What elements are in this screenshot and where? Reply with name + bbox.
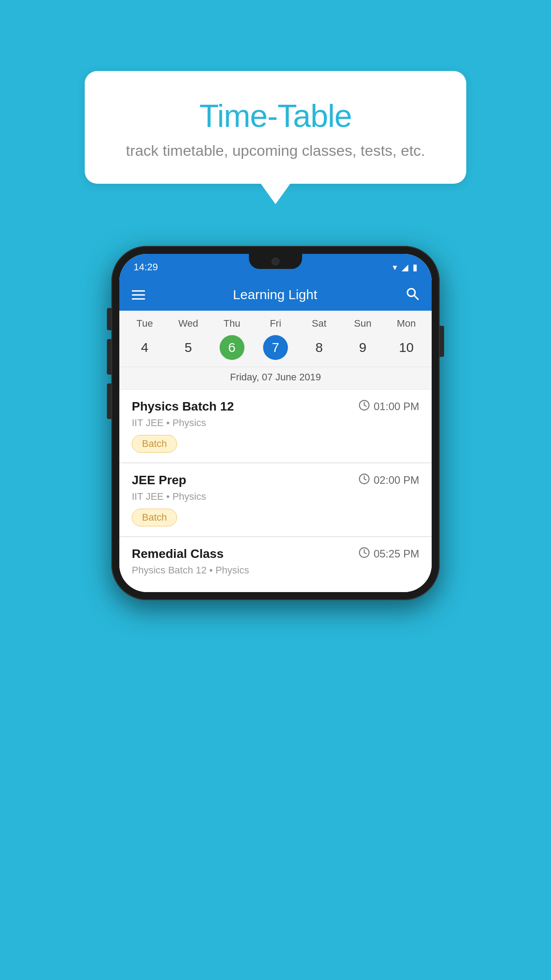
day-header-sat: Sat	[297, 318, 341, 334]
side-button-left-bot	[107, 383, 111, 419]
calendar-strip: Tue Wed Thu Fri Sat Sun Mon 4 5 6 7 8 9 …	[119, 311, 432, 389]
schedule-meta-2: IIT JEE • Physics	[132, 491, 419, 502]
day-10[interactable]: 10	[385, 334, 428, 361]
schedule-time-1: 01:00 PM	[358, 399, 419, 414]
schedule-item-1[interactable]: Physics Batch 12 01:00 PM IIT JEE • P	[119, 389, 432, 462]
day-9[interactable]: 9	[341, 334, 384, 361]
schedule-time-3: 05:25 PM	[358, 547, 419, 561]
app-bar: Learning Light	[119, 279, 432, 311]
schedule-item-2[interactable]: JEE Prep 02:00 PM IIT JEE • Physics	[119, 463, 432, 536]
status-time: 14:29	[134, 261, 158, 273]
schedule-time-text-3: 05:25 PM	[374, 548, 419, 560]
batch-badge-1: Batch	[132, 435, 177, 453]
day-headers: Tue Wed Thu Fri Sat Sun Mon	[119, 318, 432, 334]
side-button-left-top	[107, 308, 111, 330]
schedule-title-1: Physics Batch 12	[132, 399, 234, 414]
day-5[interactable]: 5	[166, 334, 210, 361]
battery-icon: ▮	[413, 262, 417, 273]
clock-icon-1	[358, 399, 370, 414]
app-title: Learning Light	[233, 287, 317, 302]
selected-date: Friday, 07 June 2019	[119, 367, 432, 389]
day-header-mon: Mon	[385, 318, 428, 334]
schedule-time-text-1: 01:00 PM	[374, 400, 419, 413]
bubble-subtitle: track timetable, upcoming classes, tests…	[120, 142, 431, 159]
schedule-item-1-header: Physics Batch 12 01:00 PM	[132, 399, 419, 414]
day-header-wed: Wed	[166, 318, 210, 334]
bubble-section: Time-Table track timetable, upcoming cla…	[0, 0, 551, 193]
schedule-meta-3: Physics Batch 12 • Physics	[132, 565, 419, 576]
schedule-time-2: 02:00 PM	[358, 473, 419, 487]
day-header-tue: Tue	[123, 318, 166, 334]
day-numbers: 4 5 6 7 8 9 10	[119, 334, 432, 367]
side-button-left-mid	[107, 339, 111, 375]
status-icons: ▾ ◢ ▮	[393, 262, 417, 273]
clock-icon-3	[358, 547, 370, 561]
hamburger-menu-icon[interactable]	[132, 290, 145, 300]
schedule-meta-1: IIT JEE • Physics	[132, 417, 419, 429]
clock-icon-2	[358, 473, 370, 487]
phone-wrapper: 14:29 ▾ ◢ ▮ Learning Light	[107, 246, 444, 600]
phone-outer: 14:29 ▾ ◢ ▮ Learning Light	[111, 246, 440, 600]
schedule-item-3[interactable]: Remedial Class 05:25 PM Physics Batch	[119, 537, 432, 592]
day-4[interactable]: 4	[123, 334, 166, 361]
day-6[interactable]: 6	[210, 334, 254, 361]
search-icon[interactable]	[405, 286, 419, 304]
day-7[interactable]: 7	[254, 334, 297, 361]
batch-badge-2: Batch	[132, 509, 177, 526]
wifi-icon: ▾	[393, 262, 397, 273]
schedule-item-2-header: JEE Prep 02:00 PM	[132, 473, 419, 487]
signal-icon: ◢	[401, 262, 408, 273]
day-8[interactable]: 8	[297, 334, 341, 361]
side-button-right	[440, 326, 444, 357]
schedule-time-text-2: 02:00 PM	[374, 474, 419, 486]
camera-dot	[272, 257, 279, 265]
day-header-fri: Fri	[254, 318, 297, 334]
phone-notch	[249, 254, 302, 269]
day-header-thu: Thu	[210, 318, 254, 334]
schedule-list: Physics Batch 12 01:00 PM IIT JEE • P	[119, 389, 432, 592]
schedule-item-3-header: Remedial Class 05:25 PM	[132, 547, 419, 561]
schedule-title-3: Remedial Class	[132, 547, 224, 561]
day-header-sun: Sun	[341, 318, 384, 334]
speech-bubble: Time-Table track timetable, upcoming cla…	[85, 71, 466, 184]
svg-line-1	[414, 295, 418, 299]
schedule-title-2: JEE Prep	[132, 473, 186, 487]
bubble-title: Time-Table	[120, 98, 431, 134]
phone-screen: 14:29 ▾ ◢ ▮ Learning Light	[119, 254, 432, 592]
